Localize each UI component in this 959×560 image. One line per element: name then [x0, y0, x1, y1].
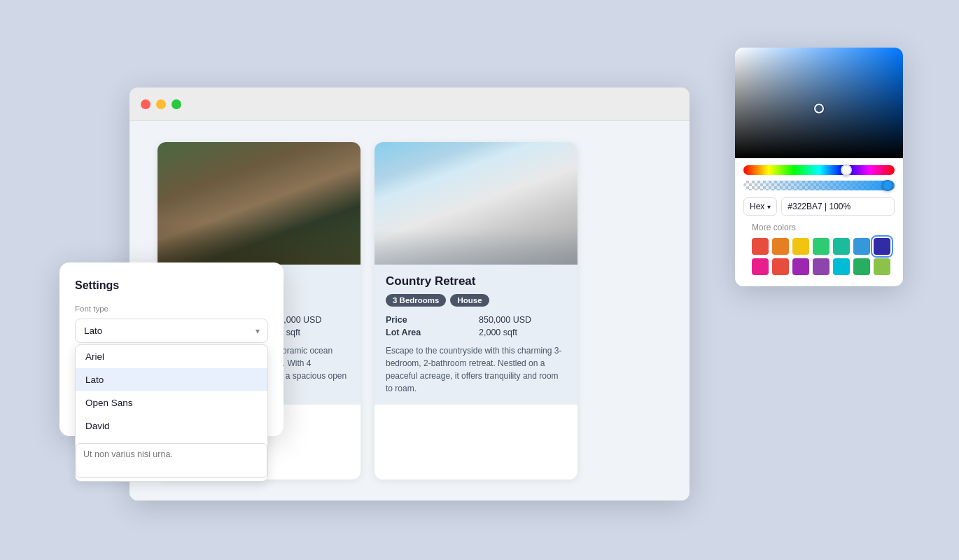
browser-titlebar [130, 88, 690, 121]
swatch-6[interactable] [874, 238, 890, 255]
hue-slider-thumb[interactable] [841, 164, 852, 176]
card-title-2: Country Retreat [386, 274, 566, 288]
settings-panel: Settings Font type Ariel Lato Open Sans … [59, 262, 284, 436]
close-button[interactable] [141, 99, 150, 109]
font-select-wrapper: Ariel Lato Open Sans David ▾ Ariel Lato … [75, 318, 268, 343]
swatch-3[interactable] [813, 238, 830, 255]
settings-title: Settings [75, 279, 268, 292]
card-tags-2: 3 Bedrooms House [386, 294, 566, 307]
property-card-2: Country Retreat 3 Bedrooms House Price 8… [374, 142, 578, 479]
area-label-2: Lot Area [386, 328, 473, 337]
card-details-2: Price 850,000 USD Lot Area 2,000 sqft [386, 315, 566, 337]
alpha-slider-track[interactable] [743, 181, 895, 190]
color-format-select[interactable]: Hex ▾ [743, 197, 777, 216]
card-image-1 [158, 142, 360, 265]
dropdown-item-david[interactable]: David [76, 414, 267, 438]
color-picker-cursor [814, 104, 824, 113]
font-dropdown-open[interactable]: Ariel Lato Open Sans David [75, 344, 268, 482]
color-hex-input[interactable]: #322BA7 | 100% [781, 197, 895, 216]
card-image-2 [374, 142, 578, 265]
more-colors-label: More colors [743, 223, 895, 232]
minimize-button[interactable] [156, 99, 166, 109]
font-select[interactable]: Ariel Lato Open Sans David [75, 318, 268, 343]
price-label-2: Price [386, 315, 473, 325]
swatch-10[interactable] [813, 258, 830, 275]
swatch-2[interactable] [792, 238, 809, 255]
alpha-slider-thumb[interactable] [882, 180, 893, 191]
swatch-13[interactable] [874, 258, 890, 275]
maximize-button[interactable] [172, 99, 181, 109]
format-label: Hex [750, 202, 764, 211]
hue-slider-track[interactable] [743, 165, 895, 175]
tag-bedrooms-2: 3 Bedrooms [386, 294, 446, 307]
swatch-7[interactable] [752, 258, 769, 275]
swatch-9[interactable] [792, 258, 809, 275]
dropdown-item-ariel[interactable]: Ariel [76, 345, 267, 368]
swatch-4[interactable] [833, 238, 850, 255]
price-value-2: 850,000 USD [479, 315, 566, 325]
color-gradient-box[interactable] [735, 48, 903, 158]
swatch-12[interactable] [853, 258, 870, 275]
format-chevron-icon: ▾ [767, 203, 771, 211]
swatch-5[interactable] [853, 238, 870, 255]
color-picker-panel: Hex ▾ #322BA7 | 100% More colors [735, 48, 903, 286]
swatch-1[interactable] [772, 238, 789, 255]
swatch-11[interactable] [833, 258, 850, 275]
hex-value: #322BA7 | 100% [788, 202, 850, 211]
card-body-2: Country Retreat 3 Bedrooms House Price 8… [374, 265, 578, 405]
dropdown-item-opensans[interactable]: Open Sans [76, 391, 267, 414]
swatch-0[interactable] [752, 238, 769, 255]
dropdown-item-lato[interactable]: Lato [76, 368, 267, 391]
color-value-row: Hex ▾ #322BA7 | 100% [743, 197, 895, 216]
card-description-2: Escape to the countryside with this char… [386, 344, 566, 395]
color-swatches [743, 238, 895, 275]
area-value-2: 2,000 sqft [479, 328, 566, 337]
font-type-label: Font type [75, 304, 268, 313]
swatch-8[interactable] [772, 258, 789, 275]
settings-textarea[interactable] [76, 443, 267, 478]
tag-house-2: House [450, 294, 489, 307]
color-picker-controls: Hex ▾ #322BA7 | 100% More colors [735, 158, 903, 275]
